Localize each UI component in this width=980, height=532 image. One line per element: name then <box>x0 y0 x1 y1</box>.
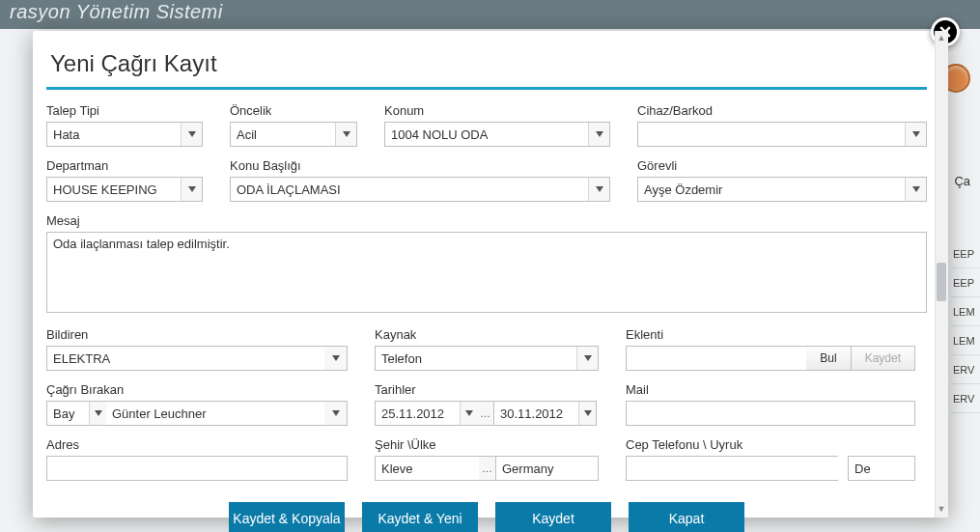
cagri-birakan-value: Günter Leuchner <box>106 406 324 421</box>
label-oncelik: Öncelik <box>230 103 357 118</box>
talep-tipi-select[interactable]: Hata <box>46 122 203 147</box>
ulke-input[interactable]: Germany <box>496 456 599 481</box>
chevron-down-icon <box>588 178 609 201</box>
kaynak-select[interactable]: Telefon <box>375 346 599 371</box>
tarih-bitis-date[interactable]: 30.11.2012 <box>494 401 597 426</box>
cagri-birakan-dropdown[interactable] <box>324 401 348 426</box>
eklenti-input[interactable] <box>626 346 806 371</box>
tarih-baslangic-value: 25.11.2012 <box>376 406 460 421</box>
bul-button[interactable]: Bul <box>806 346 851 371</box>
oncelik-select[interactable]: Acil <box>230 122 357 147</box>
label-tarihler: Tarihler <box>375 382 599 397</box>
unvan-value: Bay <box>47 406 89 421</box>
label-bildiren: Bildiren <box>46 327 348 342</box>
chevron-down-icon <box>181 123 202 146</box>
label-konum: Konum <box>384 103 610 118</box>
label-cagri-birakan: Çağrı Bırakan <box>46 382 348 397</box>
bg-cell: EEP <box>951 239 980 268</box>
unvan-select[interactable]: Bay <box>46 401 106 426</box>
bildiren-input[interactable]: ELEKTRA <box>46 346 324 371</box>
label-gorevli: Görevli <box>637 158 927 173</box>
tarih-baslangic-date[interactable]: 25.11.2012 <box>375 401 477 426</box>
cagri-birakan-input[interactable]: Günter Leuchner <box>106 401 324 426</box>
modal-scrollbar[interactable]: ▲ ▼ <box>935 31 948 518</box>
chevron-down-icon <box>905 178 926 201</box>
kaydet-attachment-button: Kaydet <box>852 346 915 371</box>
sehir-input[interactable]: Kleve <box>375 456 479 481</box>
kaydet-button[interactable]: Kaydet <box>495 502 611 532</box>
uyruk-input[interactable]: De <box>848 456 915 481</box>
cihaz-barkod-select[interactable] <box>637 122 927 147</box>
label-sehir-ulke: Şehir \Ülke <box>375 437 599 452</box>
ulke-value: Germany <box>496 462 598 476</box>
uyruk-value: De <box>849 462 914 476</box>
scroll-down-icon[interactable]: ▼ <box>937 504 946 516</box>
label-kaynak: Kaynak <box>375 327 599 342</box>
bg-cell: LEM <box>951 297 980 326</box>
label-mail: Mail <box>626 382 915 397</box>
bg-cell: ERV <box>951 355 980 384</box>
talep-tipi-value: Hata <box>47 127 181 142</box>
date-range-ellipsis[interactable]: … <box>477 401 494 426</box>
bg-column-header: Ça <box>954 174 970 188</box>
bildiren-dropdown[interactable] <box>324 346 348 371</box>
chevron-down-icon <box>578 402 596 425</box>
gorevli-select[interactable]: Ayşe Özdemir <box>637 177 927 202</box>
chevron-down-icon <box>460 402 477 425</box>
label-konu-basligi: Konu Başlığı <box>230 158 610 173</box>
cep-telefonu-input[interactable] <box>626 456 838 481</box>
departman-select[interactable]: HOUSE KEEPING <box>46 177 203 202</box>
label-mesaj: Mesaj <box>46 213 927 228</box>
bg-cell: ERV <box>951 384 980 413</box>
chevron-down-icon <box>576 347 598 370</box>
label-adres: Adres <box>46 437 348 452</box>
kapat-button[interactable]: Kapat <box>629 502 744 532</box>
bg-cell: LEM <box>951 326 980 355</box>
label-departman: Departman <box>46 158 203 173</box>
modal-title: Yeni Çağrı Kayıt <box>46 42 927 90</box>
departman-value: HOUSE KEEPING <box>47 182 181 197</box>
chevron-down-icon <box>588 123 609 146</box>
label-talep-tipi: Talep Tipi <box>46 103 203 118</box>
app-title-fragment: rasyon Yönetim Sistemi <box>10 1 223 22</box>
chevron-down-icon <box>324 402 347 425</box>
chevron-down-icon <box>181 178 202 201</box>
konu-basligi-select[interactable]: ODA İLAÇLAMASI <box>230 177 610 202</box>
konum-value: 1004 NOLU ODA <box>385 127 588 142</box>
scroll-up-icon[interactable]: ▲ <box>937 33 946 44</box>
chevron-down-icon <box>89 402 106 425</box>
kaydet-kopyala-button[interactable]: Kaydet & Kopyala <box>229 502 345 532</box>
tarih-bitis-value: 30.11.2012 <box>494 406 578 421</box>
bildiren-value: ELEKTRA <box>47 351 324 366</box>
bg-cell: EEP <box>951 268 980 297</box>
oncelik-value: Acil <box>231 127 335 142</box>
chevron-down-icon <box>335 123 356 146</box>
mesaj-textarea[interactable] <box>46 232 927 313</box>
label-eklenti: Eklenti <box>626 327 915 342</box>
label-cihaz-barkod: Cihaz/Barkod <box>637 103 927 118</box>
adres-input[interactable] <box>46 456 348 481</box>
app-header: rasyon Yönetim Sistemi <box>0 0 980 29</box>
kaynak-value: Telefon <box>376 351 576 366</box>
modal-dialog: ▲ ▼ Yeni Çağrı Kayıt Talep Tipi Hata Önc… <box>33 31 948 518</box>
konum-select[interactable]: 1004 NOLU ODA <box>384 122 610 147</box>
konu-basligi-value: ODA İLAÇLAMASI <box>231 182 588 197</box>
kaydet-yeni-button[interactable]: Kaydet & Yeni <box>362 502 478 532</box>
sehir-ellipsis[interactable]: … <box>479 456 496 481</box>
mail-input[interactable] <box>626 401 915 426</box>
scroll-thumb[interactable] <box>937 263 946 301</box>
label-cep-uyruk: Cep Telefonu \ Uyruk <box>626 437 915 452</box>
sehir-value: Kleve <box>376 462 479 476</box>
chevron-down-icon <box>905 123 926 146</box>
gorevli-value: Ayşe Özdemir <box>638 182 905 197</box>
chevron-down-icon <box>324 347 347 370</box>
